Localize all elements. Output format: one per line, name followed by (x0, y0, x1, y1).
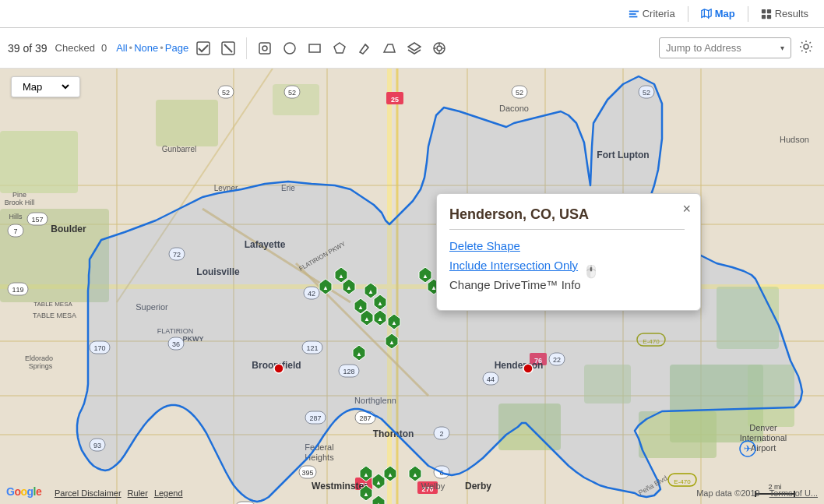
svg-text:Derby: Derby (465, 481, 491, 492)
svg-marker-19 (408, 43, 421, 51)
checked-count: 0 (101, 42, 107, 54)
select-tool-btn[interactable] (255, 38, 275, 58)
top-nav-bar: Criteria Map Results (0, 0, 824, 28)
svg-line-17 (365, 44, 368, 48)
change-drivetime-link[interactable]: Change DriveTime™ Info (449, 278, 685, 291)
toolbar: 39 of 39 Checked 0 All • None • Page (0, 28, 824, 69)
svg-rect-12 (259, 43, 270, 54)
record-count: 39 of 39 (8, 42, 48, 55)
svg-text:Hudson: Hudson (780, 135, 809, 144)
location-popup: × Henderson, CO, USA Delete Shape Includ… (436, 193, 701, 311)
svg-text:▲: ▲ (387, 471, 393, 478)
svg-text:▲: ▲ (389, 339, 395, 346)
erase-tool-btn[interactable] (379, 38, 400, 58)
svg-text:▲: ▲ (422, 273, 428, 280)
svg-text:25: 25 (391, 96, 399, 104)
svg-point-14 (284, 43, 295, 54)
terms-link[interactable]: Terms of U... (769, 488, 818, 498)
criteria-nav-btn[interactable]: Criteria (622, 5, 681, 23)
svg-text:52: 52 (288, 89, 296, 97)
svg-text:▲: ▲ (346, 284, 352, 291)
criteria-label: Criteria (643, 8, 675, 19)
svg-text:TABLE MESA: TABLE MESA (33, 312, 76, 319)
parcel-disclaimer-link[interactable]: Parcel Disclaimer (55, 488, 121, 498)
svg-text:▲: ▲ (363, 491, 369, 498)
svg-text:▲: ▲ (375, 501, 382, 504)
svg-text:TABLE MESA: TABLE MESA (33, 301, 72, 308)
jump-address-arrow: ▾ (780, 44, 784, 52)
results-nav-btn[interactable]: Results (755, 5, 815, 23)
svg-text:287: 287 (359, 414, 371, 422)
svg-text:Pine: Pine (12, 191, 26, 199)
svg-text:7: 7 (13, 227, 17, 235)
popup-close-btn[interactable]: × (682, 202, 691, 216)
nav-divider-2 (748, 6, 748, 22)
svg-text:Denver: Denver (749, 423, 777, 432)
map-nav-btn[interactable]: Map (695, 5, 741, 23)
google-logo: Google (6, 485, 41, 498)
svg-rect-43 (0, 131, 78, 193)
target-tool-btn[interactable] (429, 38, 449, 58)
ruler-link[interactable]: Ruler (128, 488, 148, 498)
map-attribution: Map data ©2019 Terms of U... (696, 488, 818, 498)
nav-divider-1 (688, 6, 688, 22)
svg-text:▲: ▲ (368, 288, 374, 295)
jump-address-container: Jump to Address ▾ (659, 37, 816, 60)
jump-address-input[interactable]: Jump to Address ▾ (659, 37, 791, 58)
checked-label: Checked (55, 42, 95, 54)
svg-point-193 (523, 364, 533, 373)
svg-point-21 (437, 46, 442, 51)
svg-text:Brook Hill: Brook Hill (5, 199, 35, 206)
check-all-btn[interactable] (193, 38, 213, 58)
svg-text:Hills: Hills (9, 213, 23, 220)
svg-text:52: 52 (222, 89, 230, 97)
popup-title: Henderson, CO, USA (449, 206, 685, 230)
svg-text:Gunbarrel: Gunbarrel (162, 145, 196, 153)
rectangle-tool-btn[interactable] (305, 38, 325, 58)
svg-text:157: 157 (31, 216, 43, 224)
svg-text:▲: ▲ (322, 284, 329, 291)
pencil-tool-btn[interactable] (354, 38, 375, 58)
svg-text:Springs: Springs (29, 362, 53, 370)
svg-text:395: 395 (301, 469, 313, 477)
map-container[interactable]: 25 76 76 270 70 E-470 E-470 52 52 52 52 … (0, 69, 824, 504)
svg-text:✈: ✈ (744, 443, 752, 454)
svg-text:▲: ▲ (364, 315, 370, 322)
svg-point-26 (804, 44, 808, 49)
attribution-text: Map data ©2019 (696, 488, 760, 498)
delete-shape-link[interactable]: Delete Shape (449, 239, 685, 252)
select-none-link[interactable]: None (134, 42, 158, 54)
svg-text:119: 119 (12, 286, 23, 294)
uncheck-all-btn[interactable] (218, 38, 238, 58)
svg-rect-8 (767, 14, 771, 18)
svg-text:▲: ▲ (412, 471, 418, 478)
legend-link[interactable]: Legend (154, 488, 183, 498)
polygon-tool-btn[interactable] (329, 38, 350, 58)
svg-point-192 (274, 364, 283, 373)
select-page-link[interactable]: Page (165, 42, 188, 54)
svg-text:52: 52 (516, 89, 523, 97)
svg-text:▲: ▲ (391, 319, 397, 326)
svg-point-13 (262, 46, 267, 51)
include-intersection-link[interactable]: Include Intersection Only (449, 259, 685, 272)
map-type-dropdown[interactable]: Map Satellite Hybrid (19, 80, 72, 93)
toolbar-divider-1 (246, 37, 247, 59)
svg-text:Boulder: Boulder (51, 224, 86, 234)
results-label: Results (775, 8, 808, 19)
svg-text:▲: ▲ (363, 471, 369, 478)
map-type-select[interactable]: Map Satellite Hybrid (11, 76, 80, 97)
svg-text:Welby: Welby (421, 481, 445, 491)
circle-tool-btn[interactable] (280, 38, 300, 58)
svg-rect-49 (639, 411, 717, 458)
map-footer: Parcel Disclaimer Ruler Legend (55, 488, 183, 498)
layers-tool-btn[interactable] (404, 38, 424, 58)
svg-text:E-470: E-470 (674, 478, 691, 485)
svg-text:Eldorado: Eldorado (25, 354, 53, 362)
svg-rect-1 (629, 13, 636, 15)
select-links: All • None • Page (116, 42, 188, 54)
settings-btn[interactable] (796, 37, 816, 60)
svg-line-11 (224, 44, 232, 52)
select-all-link[interactable]: All (116, 42, 127, 54)
svg-rect-0 (629, 10, 639, 12)
svg-marker-18 (384, 44, 395, 52)
